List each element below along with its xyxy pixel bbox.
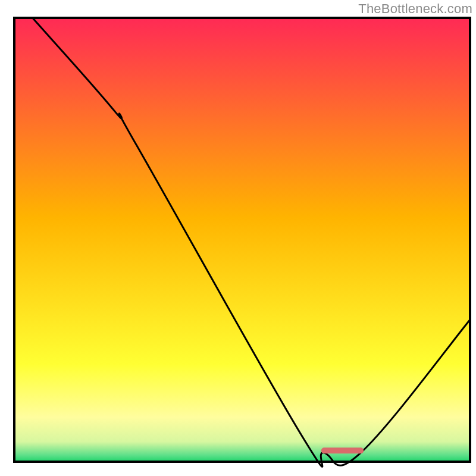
watermark-text: TheBottleneck.com (358, 1, 472, 17)
chart-container: { "watermark": "TheBottleneck.com", "cha… (0, 0, 476, 476)
plot-background (14, 18, 470, 462)
chart-svg (0, 0, 476, 476)
